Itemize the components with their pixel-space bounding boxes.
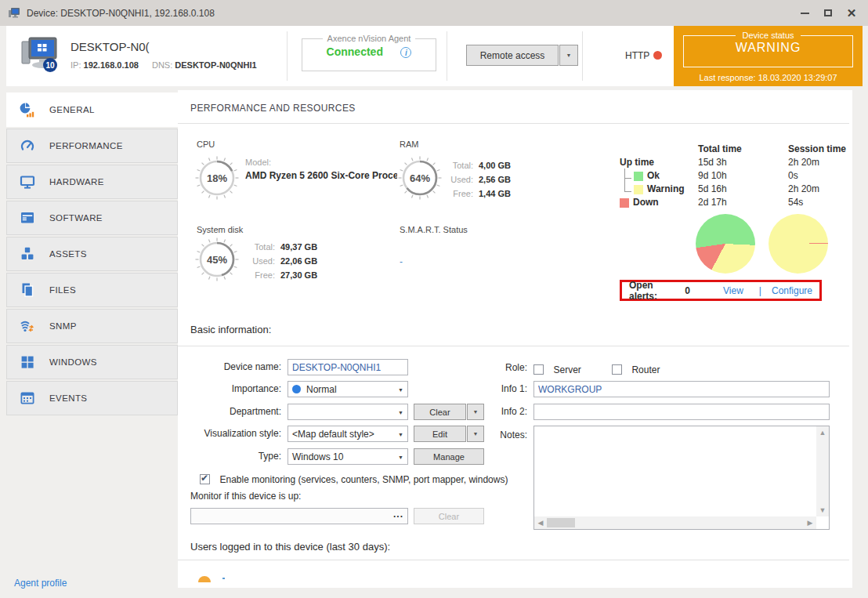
- uptime-row-warning: Warning: [620, 183, 698, 196]
- device-status-group: Device status WARNING: [683, 31, 853, 67]
- monitor-clear-button[interactable]: Clear: [414, 508, 484, 524]
- chevron-down-icon: ▼: [398, 387, 403, 393]
- sidebar-item-performance[interactable]: PERFORMANCE: [6, 129, 178, 163]
- gauge-icon: [20, 138, 35, 154]
- router-checkbox[interactable]: [612, 364, 622, 375]
- close-button[interactable]: ✕: [840, 3, 863, 24]
- device-name-input[interactable]: [288, 359, 408, 375]
- window-icon: [20, 210, 35, 226]
- department-select[interactable]: ▼: [288, 404, 408, 420]
- sidebar-item-label: ASSETS: [49, 249, 87, 259]
- uptime-row-label: Up time: [620, 156, 698, 169]
- uptime-table: Total time Session time Up time 15d 3h 2…: [620, 143, 852, 209]
- computer-icon: 10: [20, 36, 60, 74]
- basic-information-heading: Basic information:: [190, 324, 271, 335]
- last-response: Last response: 18.03.2020 13:29:07: [674, 73, 863, 82]
- info1-input[interactable]: [533, 381, 830, 397]
- agent-group-label: Axence nVision Agent: [323, 34, 416, 43]
- disk-free-label: Free:: [244, 268, 275, 282]
- open-alerts-box: Open alerts: 0 View | Configure: [620, 280, 822, 301]
- http-label: HTTP: [625, 50, 649, 61]
- monitor-icon: [20, 174, 35, 190]
- view-alerts-link[interactable]: View: [723, 285, 743, 296]
- importance-select[interactable]: Normal ▼: [288, 381, 408, 397]
- remote-access-dropdown-button[interactable]: ▼: [559, 45, 578, 66]
- browse-ellipsis-button[interactable]: ...: [393, 509, 403, 520]
- visualization-edit-button[interactable]: Edit: [414, 426, 466, 442]
- divider: [178, 346, 849, 346]
- sidebar-item-general[interactable]: GENERAL: [6, 92, 179, 127]
- notes-label: Notes:: [472, 427, 527, 444]
- notes-vertical-scrollbar[interactable]: ▲ ▼: [816, 426, 829, 516]
- notes-horizontal-scrollbar[interactable]: ◀ ▶: [534, 516, 816, 529]
- tree-line: [624, 169, 625, 191]
- header-divider: [447, 31, 447, 81]
- sidebar-item-label: EVENTS: [49, 393, 87, 403]
- scroll-up-icon[interactable]: ▲: [816, 426, 829, 439]
- agent-status-value: Connected: [327, 45, 383, 58]
- documents-icon: [20, 282, 35, 298]
- device-name-heading: DESKTOP-N0(: [71, 40, 150, 53]
- monitor-device-input[interactable]: [190, 508, 408, 524]
- sidebar-item-windows[interactable]: WINDOWS: [6, 345, 178, 379]
- minimize-button[interactable]: [793, 3, 816, 24]
- svg-text:64%: 64%: [410, 172, 430, 184]
- agent-profile-link[interactable]: Agent profile: [14, 578, 67, 589]
- sidebar-item-files[interactable]: FILES: [6, 273, 178, 307]
- info2-input[interactable]: [533, 404, 830, 420]
- svg-text:45%: 45%: [207, 254, 227, 266]
- ip-value: 192.168.0.108: [84, 60, 139, 70]
- sidebar: GENERAL PERFORMANCE HARDWARE: [6, 92, 178, 417]
- server-checkbox[interactable]: [533, 364, 544, 375]
- importance-dot-icon: [292, 385, 301, 393]
- enable-monitoring-checkbox[interactable]: [200, 474, 210, 484]
- sidebar-item-hardware[interactable]: HARDWARE: [6, 165, 178, 199]
- sidebar-item-snmp[interactable]: SNMP: [6, 309, 178, 343]
- remote-access-button[interactable]: Remote access: [466, 45, 559, 66]
- type-manage-button[interactable]: Manage: [414, 448, 484, 465]
- configure-alerts-link[interactable]: Configure: [772, 285, 812, 296]
- ram-gauge: 64%: [398, 156, 442, 200]
- user-icon: [198, 576, 211, 582]
- sidebar-item-label: GENERAL: [49, 105, 95, 114]
- down-session-value: 54s: [788, 196, 852, 209]
- down-color-swatch: [620, 198, 629, 208]
- windows-logo-icon: [20, 354, 35, 370]
- enable-monitoring-label: Enable monitoring (services, counters, S…: [219, 474, 508, 485]
- scroll-right-icon[interactable]: ▶: [804, 516, 816, 529]
- uptime-legend-spacer: [620, 143, 698, 156]
- device-status-box: Device status WARNING Last response: 18.…: [674, 26, 863, 86]
- disk-free-value: 27,30 GB: [280, 268, 317, 282]
- sidebar-item-events[interactable]: EVENTS: [6, 381, 178, 415]
- visualization-style-select[interactable]: <Map default style> ▼: [288, 426, 408, 442]
- session-time-pie-chart: [769, 214, 828, 274]
- notes-textarea[interactable]: ▲ ▼ ◀ ▶: [533, 426, 830, 530]
- tree-line: [624, 178, 631, 179]
- maximize-icon: [824, 9, 832, 16]
- uptime-session-value: 2h 20m: [788, 156, 852, 169]
- dns-value: DESKTOP-N0QNHI1: [175, 60, 256, 70]
- sidebar-item-assets[interactable]: ASSETS: [6, 237, 178, 271]
- disk-label: System disk: [197, 225, 243, 234]
- department-label: Department:: [190, 404, 281, 420]
- scroll-left-icon[interactable]: ◀: [534, 516, 547, 529]
- disk-used-value: 22,06 GB: [280, 254, 317, 268]
- window-titlebar[interactable]: Device: DESKTOP-N0QNHI1, 192.168.0.108 ✕: [0, 0, 868, 26]
- type-select[interactable]: Windows 10 ▼: [288, 448, 408, 465]
- chevron-down-icon: ▼: [398, 455, 403, 460]
- role-server-option: Server: [533, 362, 581, 376]
- cpu-gauge: 18%: [195, 156, 239, 200]
- department-clear-button[interactable]: Clear: [414, 404, 466, 420]
- scrollbar-thumb[interactable]: [547, 518, 575, 527]
- sidebar-item-label: SNMP: [49, 321, 77, 331]
- window-title: Device: DESKTOP-N0QNHI1, 192.168.0.108: [27, 8, 215, 19]
- scroll-down-icon[interactable]: ▼: [816, 504, 829, 516]
- sidebar-item-label: WINDOWS: [49, 357, 97, 367]
- sidebar-item-software[interactable]: SOFTWARE: [6, 201, 178, 235]
- ram-total-label: Total:: [442, 158, 473, 172]
- maximize-button[interactable]: [816, 3, 840, 24]
- info-icon[interactable]: i: [400, 47, 411, 58]
- session-time-header: Session time: [788, 143, 852, 156]
- pie-chart-icon: [20, 102, 35, 118]
- smart-status-value: -: [400, 256, 403, 267]
